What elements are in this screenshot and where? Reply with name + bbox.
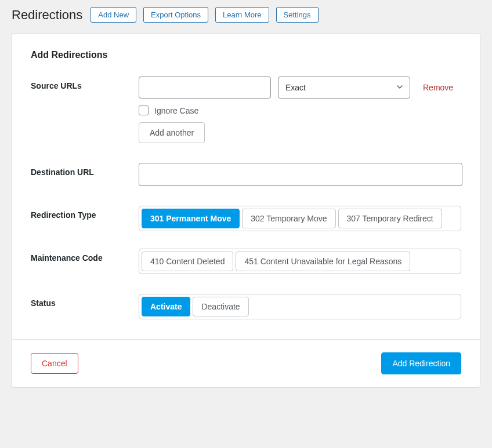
add-another-button[interactable]: Add another: [139, 122, 205, 143]
maintenance-451-button[interactable]: 451 Content Unavailable for Legal Reason…: [236, 252, 410, 271]
add-redirection-button[interactable]: Add Redirection: [381, 352, 461, 374]
maintenance-410-button[interactable]: 410 Content Deleted: [142, 252, 233, 271]
settings-button[interactable]: Settings: [276, 7, 319, 23]
status-deactivate-button[interactable]: Deactivate: [193, 297, 248, 316]
destination-url-input[interactable]: [139, 163, 462, 186]
redirect-307-button[interactable]: 307 Temporary Redirect: [338, 209, 442, 228]
destination-url-label: Destination URL: [31, 163, 139, 177]
maintenance-code-label: Maintenance Code: [31, 249, 139, 263]
redirection-type-group: 301 Permanent Move 302 Temporary Move 30…: [139, 206, 461, 231]
redirection-type-label: Redirection Type: [31, 206, 139, 220]
learn-more-button[interactable]: Learn More: [215, 7, 269, 23]
redirect-302-button[interactable]: 302 Temporary Move: [242, 209, 335, 228]
redirect-301-button[interactable]: 301 Permanent Move: [142, 209, 240, 228]
remove-source-link[interactable]: Remove: [423, 83, 453, 92]
panel-footer: Cancel Add Redirection: [12, 339, 480, 387]
source-urls-label: Source URLs: [31, 77, 139, 90]
match-type-select[interactable]: Exact: [278, 77, 410, 99]
cancel-button[interactable]: Cancel: [31, 353, 78, 374]
status-activate-button[interactable]: Activate: [142, 297, 190, 316]
status-label: Status: [31, 294, 139, 308]
maintenance-code-group: 410 Content Deleted 451 Content Unavaila…: [139, 249, 461, 274]
add-redirections-panel: Add Redirections Source URLs Exact Remov…: [12, 33, 480, 388]
section-title: Add Redirections: [31, 50, 461, 60]
ignore-case-checkbox[interactable]: [139, 105, 149, 115]
status-group: Activate Deactivate: [139, 294, 461, 319]
ignore-case-label: Ignore Case: [154, 106, 198, 115]
source-url-input[interactable]: [139, 77, 271, 99]
page-header: Redirections Add New Export Options Lear…: [12, 7, 480, 23]
page-title: Redirections: [12, 8, 82, 23]
add-new-button[interactable]: Add New: [91, 7, 136, 23]
export-options-button[interactable]: Export Options: [143, 7, 208, 23]
